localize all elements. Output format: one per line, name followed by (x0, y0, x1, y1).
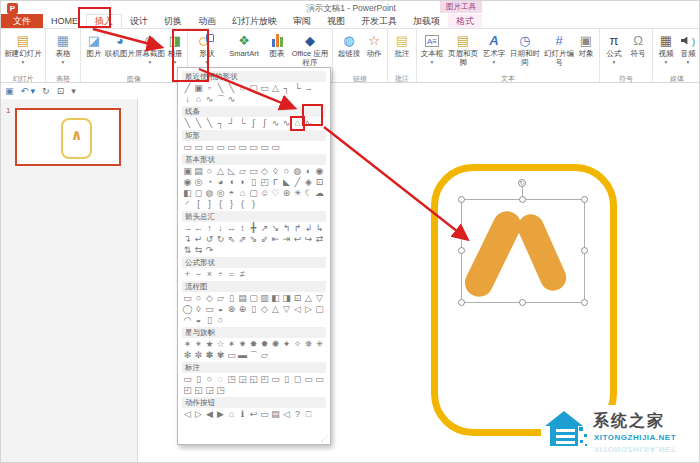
shape-item[interactable]: = (226, 269, 237, 280)
shape-item[interactable]: ▯ (248, 177, 259, 188)
shape-item[interactable]: ◳ (226, 374, 237, 385)
shape-item[interactable]: ▯ (248, 304, 259, 315)
ribbon-button-comment[interactable]: ▤批注 (390, 30, 414, 74)
shape-item[interactable]: ✽ (204, 350, 215, 361)
slide-thumbnail[interactable]: ∧ (15, 108, 121, 166)
shape-item[interactable]: ▤ (270, 409, 281, 420)
shape-item[interactable]: ◍ (292, 166, 303, 177)
shape-item[interactable]: ✹ (259, 339, 270, 350)
shape-item[interactable]: ↰ (281, 223, 292, 234)
tab-home[interactable]: HOME (43, 14, 86, 28)
qat-customize-qat-button[interactable]: ▾ (71, 86, 76, 96)
shape-item[interactable]: ▯ (226, 293, 237, 304)
shape-item[interactable]: ⇅ (182, 245, 193, 256)
shape-item[interactable]: ◈ (303, 177, 314, 188)
shape-item[interactable]: ▭ (314, 374, 325, 385)
shape-item[interactable]: ◓ (226, 188, 237, 199)
shape-item[interactable]: ⇥ (281, 234, 292, 245)
shape-item[interactable]: ◲ (204, 385, 215, 396)
shape-item[interactable]: ⊕ (237, 304, 248, 315)
shape-item[interactable]: ◖ (226, 177, 237, 188)
shape-item[interactable]: ☺ (259, 188, 270, 199)
shape-item[interactable]: ♡ (270, 188, 281, 199)
shape-item[interactable]: ◇ (204, 293, 215, 304)
ribbon-button-wordart[interactable]: A艺术字▾ (481, 30, 507, 74)
tab-slideshow[interactable]: 幻灯片放映 (224, 14, 285, 28)
shape-item[interactable]: ⊗ (226, 304, 237, 315)
shape-item[interactable]: ◰ (182, 385, 193, 396)
shape-item[interactable]: ◉ (182, 177, 193, 188)
shape-item[interactable]: [ (193, 199, 204, 210)
shape-item[interactable]: ○ (281, 166, 292, 177)
shape-item[interactable]: ▭ (248, 142, 259, 153)
shape-item[interactable]: ▢ (248, 83, 259, 94)
shape-item[interactable]: ◨ (281, 293, 292, 304)
shape-item[interactable]: └ (237, 118, 248, 129)
shape-item[interactable]: ╲ (182, 118, 193, 129)
ribbon-button-action[interactable]: ☆动作 (363, 30, 385, 74)
shape-item[interactable]: ○ (204, 374, 215, 385)
shape-item[interactable]: ↳ (314, 223, 325, 234)
shape-item[interactable]: ← (193, 223, 204, 234)
shape-item[interactable]: ☾ (303, 188, 314, 199)
shape-item[interactable]: ✦ (281, 339, 292, 350)
shape-item[interactable]: ✷ (237, 339, 248, 350)
shape-item-freeform-highlighted[interactable]: ⌂ (292, 118, 303, 129)
shape-item[interactable]: ▭ (226, 350, 237, 361)
shape-item[interactable]: ◇ (259, 166, 270, 177)
shape-item[interactable]: ▶ (215, 409, 226, 420)
shape-item[interactable]: ▥ (259, 293, 270, 304)
shape-item[interactable]: ⇄ (314, 234, 325, 245)
selection-handle[interactable] (519, 299, 526, 306)
shape-item[interactable]: ╱ (182, 83, 193, 94)
shape-item[interactable]: ✳ (314, 339, 325, 350)
selection-handle[interactable] (458, 247, 465, 254)
shape-item[interactable]: ℹ (237, 409, 248, 420)
shape-item[interactable]: ◣ (281, 177, 292, 188)
qat-undo-button[interactable]: ↶ ▾ (21, 86, 36, 96)
shape-item[interactable]: ↲ (303, 223, 314, 234)
shape-item[interactable]: ┘ (226, 118, 237, 129)
shape-item[interactable]: ▯ (281, 374, 292, 385)
ribbon-button-table[interactable]: ▦表格▾ (48, 30, 78, 74)
shape-item[interactable]: ╲ (204, 118, 215, 129)
shape-item[interactable]: ◳ (215, 385, 226, 396)
shape-item[interactable]: ↘ (270, 223, 281, 234)
shape-item[interactable]: ◱ (248, 374, 259, 385)
shape-item[interactable]: ○ (237, 83, 248, 94)
shape-item[interactable]: ↱ (292, 223, 303, 234)
shape-item[interactable]: ◕ (215, 177, 226, 188)
shape-item[interactable]: × (204, 269, 215, 280)
ribbon-button-text-box[interactable]: A≡文本框▾ (419, 30, 445, 74)
shape-item[interactable]: ◧ (270, 293, 281, 304)
shape-item[interactable]: ◧ (182, 188, 193, 199)
shape-item[interactable]: ] (204, 199, 215, 210)
shape-item[interactable]: ʃ (248, 118, 259, 129)
ribbon-button-online-pictures[interactable]: ◕联机图片 (105, 30, 135, 74)
selection-handle[interactable] (519, 196, 526, 203)
shape-item[interactable]: ? (292, 409, 303, 420)
ribbon-button-new-slide[interactable]: ▤新建幻灯片▾ (3, 30, 43, 74)
shape-item[interactable]: ◔ (204, 177, 215, 188)
shape-item[interactable]: ↷ (204, 245, 215, 256)
shape-item[interactable]: ⇙ (259, 234, 270, 245)
shape-item[interactable]: ∿ (226, 94, 237, 105)
shape-item[interactable]: ʃ (259, 118, 270, 129)
ribbon-button-picture[interactable]: ◪图片 (83, 30, 105, 74)
shape-item[interactable]: ◯ (182, 304, 193, 315)
shape-item[interactable]: ☆ (215, 339, 226, 350)
shape-item[interactable]: ▣ (182, 166, 193, 177)
shape-item[interactable]: ∿ (270, 118, 281, 129)
shape-item[interactable]: ◇ (259, 304, 270, 315)
selection-handle[interactable] (581, 247, 588, 254)
ribbon-button-header-footer[interactable]: ▤页眉和页脚 (445, 30, 481, 74)
shape-item[interactable]: ◌ (215, 374, 226, 385)
shape-item[interactable]: ▯ (193, 374, 204, 385)
shape-item[interactable]: ▭ (270, 142, 281, 153)
shape-item[interactable]: ◍ (204, 188, 215, 199)
shape-item[interactable]: ○ (193, 293, 204, 304)
ribbon-button-hyperlink[interactable]: ◍超链接 (335, 30, 363, 74)
qat-redo-button[interactable]: ↻ (42, 86, 50, 96)
shape-item[interactable]: ▭ (226, 142, 237, 153)
shape-item[interactable]: ↔ (226, 223, 237, 234)
